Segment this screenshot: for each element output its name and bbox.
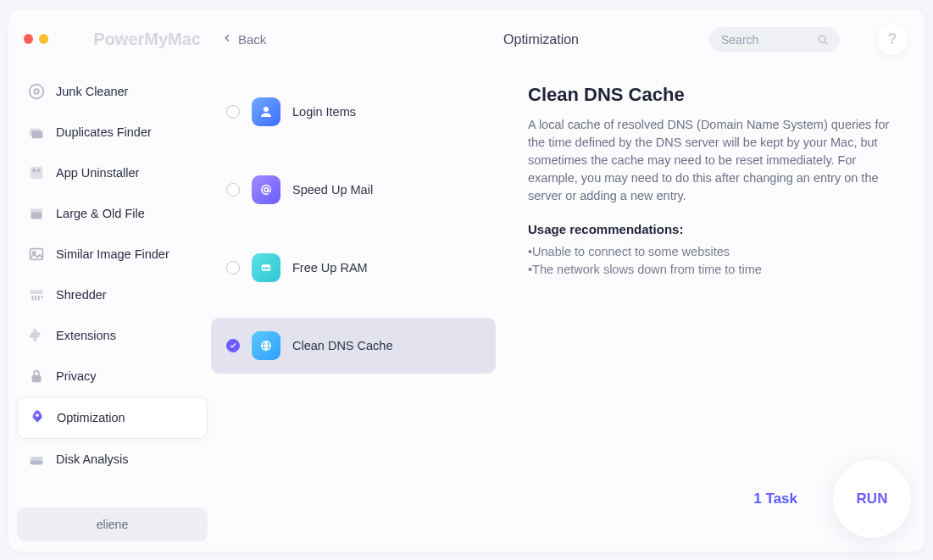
sidebar-item-shredder[interactable]: Shredder	[17, 274, 208, 315]
sidebar-item-large-old-file[interactable]: Large & Old File	[17, 193, 208, 234]
sidebar-item-label: Large & Old File	[56, 207, 145, 220]
chevron-left-icon	[221, 32, 233, 47]
sidebar-item-label: Optimization	[57, 411, 125, 424]
option-login-items[interactable]: Login Items	[211, 84, 496, 140]
option-free-up-ram[interactable]: RAM Free Up RAM	[211, 240, 496, 296]
svg-point-1	[34, 89, 39, 94]
puzzle-icon	[27, 326, 46, 345]
sidebar-item-app-uninstaller[interactable]: App Uninstaller	[17, 152, 208, 193]
radio-icon	[226, 183, 240, 197]
app-window: PowerMyMac Junk Cleaner Duplicates Finde…	[8, 9, 925, 552]
shredder-icon	[27, 286, 46, 304]
recommendations-title: Usage recommendations:	[528, 222, 899, 236]
archive-icon	[27, 204, 46, 223]
radio-icon	[226, 261, 240, 274]
option-label: Speed Up Mail	[292, 183, 373, 197]
option-speed-up-mail[interactable]: Speed Up Mail	[211, 162, 496, 218]
sidebar-item-disk-analysis[interactable]: Disk Analysis	[17, 439, 208, 480]
svg-rect-3	[32, 130, 43, 138]
radio-icon	[226, 105, 240, 119]
breadcrumb-title: Optimization	[503, 32, 579, 47]
image-icon	[27, 245, 46, 263]
back-label: Back	[238, 32, 266, 47]
app-title: PowerMyMac	[93, 30, 201, 49]
option-label: Free Up RAM	[292, 261, 368, 274]
sidebar-item-label: App Uninstaller	[56, 166, 139, 180]
folders-icon	[27, 123, 46, 141]
sidebar-item-similar-image-finder[interactable]: Similar Image Finder	[17, 234, 208, 274]
task-count: 1 Task	[753, 491, 797, 507]
top-row: Back Optimization ?	[216, 21, 908, 58]
svg-rect-6	[37, 169, 41, 172]
svg-rect-8	[31, 212, 42, 219]
sidebar-item-label: Similar Image Finder	[56, 247, 169, 261]
sidebar-item-extensions[interactable]: Extensions	[17, 315, 208, 356]
disk-icon	[27, 450, 46, 469]
user-icon	[252, 97, 280, 126]
sidebar-item-label: Duplicates Finder	[56, 125, 152, 139]
sidebar: PowerMyMac Junk Cleaner Duplicates Finde…	[8, 9, 216, 552]
option-label: Clean DNS Cache	[292, 339, 392, 352]
recommendation-item: •The network slows down from time to tim…	[528, 261, 899, 280]
svg-rect-12	[32, 375, 42, 382]
radio-checked-icon	[226, 339, 240, 352]
recommendations-list: •Unable to connect to some websites •The…	[528, 243, 899, 280]
at-icon	[252, 175, 280, 204]
run-button[interactable]: RUN	[833, 460, 911, 538]
lock-icon	[27, 367, 46, 385]
minimize-window-icon[interactable]	[39, 34, 48, 44]
user-bar[interactable]: eliene	[17, 507, 208, 541]
detail-description: A local cache of resolved DNS (Domain Na…	[528, 116, 899, 205]
svg-rect-5	[32, 169, 36, 172]
svg-rect-4	[31, 166, 43, 179]
aperture-icon	[27, 82, 46, 101]
footer: 1 Task RUN	[753, 460, 911, 538]
sidebar-item-label: Junk Cleaner	[56, 85, 128, 98]
window-controls: PowerMyMac	[17, 19, 208, 64]
svg-rect-9	[31, 248, 43, 259]
svg-point-0	[30, 84, 44, 98]
recommendation-item: •Unable to connect to some websites	[528, 243, 899, 262]
detail-title: Clean DNS Cache	[528, 84, 899, 106]
dns-globe-icon	[252, 331, 280, 360]
sidebar-item-label: Shredder	[56, 288, 107, 302]
sidebar-item-junk-cleaner[interactable]: Junk Cleaner	[17, 71, 208, 112]
sidebar-item-label: Privacy	[56, 369, 97, 383]
app-grid-icon	[27, 164, 46, 182]
svg-text:RAM: RAM	[263, 266, 270, 269]
rocket-icon	[28, 408, 47, 427]
svg-rect-7	[31, 208, 43, 212]
svg-rect-15	[31, 460, 43, 464]
svg-point-17	[264, 107, 269, 112]
options-list: Login Items Speed Up Mail RAM Free Up RA…	[211, 84, 496, 552]
sidebar-nav: Junk Cleaner Duplicates Finder App Unins…	[17, 71, 208, 480]
ram-chip-icon: RAM	[252, 253, 280, 282]
sidebar-item-privacy[interactable]: Privacy	[17, 356, 208, 396]
svg-point-13	[36, 413, 39, 417]
search-wrap	[709, 27, 840, 53]
sidebar-item-optimization[interactable]: Optimization	[17, 396, 208, 439]
svg-rect-11	[31, 290, 43, 294]
sidebar-item-duplicates-finder[interactable]: Duplicates Finder	[17, 112, 208, 152]
sidebar-item-label: Disk Analysis	[56, 452, 128, 466]
sidebar-item-label: Extensions	[56, 329, 116, 342]
svg-point-16	[819, 36, 825, 42]
search-icon	[816, 33, 830, 50]
close-window-icon[interactable]	[24, 34, 33, 44]
back-button[interactable]: Back	[216, 32, 266, 47]
help-button[interactable]: ?	[877, 25, 908, 55]
option-clean-dns-cache[interactable]: Clean DNS Cache	[211, 318, 496, 374]
option-label: Login Items	[292, 105, 356, 119]
